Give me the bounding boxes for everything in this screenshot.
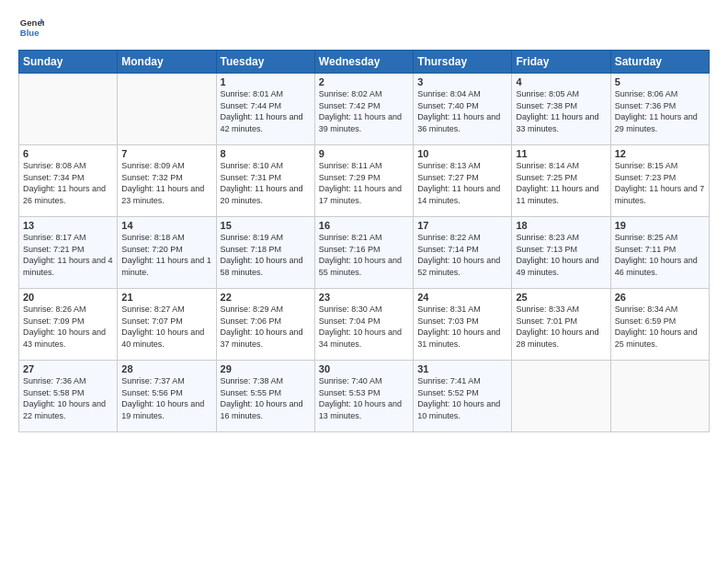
day-number: 18 bbox=[516, 220, 606, 231]
calendar-cell bbox=[19, 74, 118, 145]
calendar-cell: 25Sunrise: 8:33 AM Sunset: 7:01 PM Dayli… bbox=[512, 289, 610, 361]
day-number: 3 bbox=[417, 76, 507, 87]
calendar-cell: 17Sunrise: 8:22 AM Sunset: 7:14 PM Dayli… bbox=[414, 217, 512, 289]
day-info: Sunrise: 8:27 AM Sunset: 7:07 PM Dayligh… bbox=[121, 304, 211, 350]
day-info: Sunrise: 8:30 AM Sunset: 7:04 PM Dayligh… bbox=[319, 304, 409, 350]
calendar-cell: 4Sunrise: 8:05 AM Sunset: 7:38 PM Daylig… bbox=[512, 74, 610, 145]
day-info: Sunrise: 8:19 AM Sunset: 7:18 PM Dayligh… bbox=[221, 232, 311, 278]
day-number: 31 bbox=[417, 363, 507, 374]
day-info: Sunrise: 8:15 AM Sunset: 7:23 PM Dayligh… bbox=[615, 160, 705, 206]
day-info: Sunrise: 8:06 AM Sunset: 7:36 PM Dayligh… bbox=[615, 88, 705, 134]
day-info: Sunrise: 8:22 AM Sunset: 7:14 PM Dayligh… bbox=[417, 232, 507, 278]
calendar-cell: 29Sunrise: 7:38 AM Sunset: 5:55 PM Dayli… bbox=[216, 361, 314, 432]
day-info: Sunrise: 7:40 AM Sunset: 5:53 PM Dayligh… bbox=[319, 375, 409, 421]
day-info: Sunrise: 7:38 AM Sunset: 5:55 PM Dayligh… bbox=[221, 375, 311, 421]
day-number: 7 bbox=[121, 148, 211, 159]
calendar-cell: 8Sunrise: 8:10 AM Sunset: 7:31 PM Daylig… bbox=[216, 145, 314, 217]
calendar-cell: 20Sunrise: 8:26 AM Sunset: 7:09 PM Dayli… bbox=[19, 289, 118, 361]
day-number: 25 bbox=[516, 292, 606, 303]
day-info: Sunrise: 8:17 AM Sunset: 7:21 PM Dayligh… bbox=[23, 232, 113, 278]
day-info: Sunrise: 8:26 AM Sunset: 7:09 PM Dayligh… bbox=[23, 304, 113, 350]
day-info: Sunrise: 7:37 AM Sunset: 5:56 PM Dayligh… bbox=[121, 375, 211, 421]
day-number: 14 bbox=[121, 220, 211, 231]
day-info: Sunrise: 8:05 AM Sunset: 7:38 PM Dayligh… bbox=[516, 88, 606, 134]
calendar-cell bbox=[118, 74, 216, 145]
calendar-cell: 19Sunrise: 8:25 AM Sunset: 7:11 PM Dayli… bbox=[610, 217, 709, 289]
calendar-cell: 18Sunrise: 8:23 AM Sunset: 7:13 PM Dayli… bbox=[512, 217, 610, 289]
calendar-cell: 26Sunrise: 8:34 AM Sunset: 6:59 PM Dayli… bbox=[610, 289, 709, 361]
day-number: 8 bbox=[221, 148, 311, 159]
day-info: Sunrise: 8:29 AM Sunset: 7:06 PM Dayligh… bbox=[221, 304, 311, 350]
calendar-cell: 2Sunrise: 8:02 AM Sunset: 7:42 PM Daylig… bbox=[314, 74, 413, 145]
day-info: Sunrise: 8:08 AM Sunset: 7:34 PM Dayligh… bbox=[23, 160, 113, 206]
logo-icon: General Blue bbox=[18, 15, 44, 40]
day-number: 9 bbox=[319, 148, 409, 159]
day-number: 12 bbox=[615, 148, 705, 159]
day-info: Sunrise: 8:10 AM Sunset: 7:31 PM Dayligh… bbox=[221, 160, 311, 206]
calendar-table: SundayMondayTuesdayWednesdayThursdayFrid… bbox=[18, 50, 710, 432]
calendar-row: 6Sunrise: 8:08 AM Sunset: 7:34 PM Daylig… bbox=[19, 145, 710, 217]
calendar-cell bbox=[610, 361, 709, 432]
day-of-week-header: Friday bbox=[512, 51, 610, 74]
day-number: 4 bbox=[516, 76, 606, 87]
calendar-cell: 27Sunrise: 7:36 AM Sunset: 5:58 PM Dayli… bbox=[19, 361, 118, 432]
day-number: 2 bbox=[319, 76, 409, 87]
day-info: Sunrise: 8:21 AM Sunset: 7:16 PM Dayligh… bbox=[319, 232, 409, 278]
day-number: 23 bbox=[319, 292, 409, 303]
svg-text:Blue: Blue bbox=[20, 28, 40, 38]
calendar-cell: 5Sunrise: 8:06 AM Sunset: 7:36 PM Daylig… bbox=[610, 74, 709, 145]
day-number: 29 bbox=[221, 363, 311, 374]
calendar-cell: 22Sunrise: 8:29 AM Sunset: 7:06 PM Dayli… bbox=[216, 289, 314, 361]
day-number: 20 bbox=[23, 292, 113, 303]
calendar-cell: 31Sunrise: 7:41 AM Sunset: 5:52 PM Dayli… bbox=[414, 361, 512, 432]
calendar-cell: 6Sunrise: 8:08 AM Sunset: 7:34 PM Daylig… bbox=[19, 145, 118, 217]
day-number: 10 bbox=[417, 148, 507, 159]
calendar-cell: 15Sunrise: 8:19 AM Sunset: 7:18 PM Dayli… bbox=[216, 217, 314, 289]
day-info: Sunrise: 8:09 AM Sunset: 7:32 PM Dayligh… bbox=[121, 160, 211, 206]
day-number: 5 bbox=[615, 76, 705, 87]
day-info: Sunrise: 8:25 AM Sunset: 7:11 PM Dayligh… bbox=[615, 232, 705, 278]
day-number: 17 bbox=[417, 220, 507, 231]
calendar-cell: 23Sunrise: 8:30 AM Sunset: 7:04 PM Dayli… bbox=[314, 289, 413, 361]
header-row: SundayMondayTuesdayWednesdayThursdayFrid… bbox=[19, 51, 710, 74]
day-number: 1 bbox=[221, 76, 311, 87]
day-info: Sunrise: 8:01 AM Sunset: 7:44 PM Dayligh… bbox=[221, 88, 311, 134]
day-of-week-header: Monday bbox=[118, 51, 216, 74]
header: General Blue bbox=[18, 15, 710, 40]
calendar-cell: 14Sunrise: 8:18 AM Sunset: 7:20 PM Dayli… bbox=[118, 217, 216, 289]
page: General Blue SundayMondayTuesdayWednesda… bbox=[0, 0, 728, 563]
calendar-row: 27Sunrise: 7:36 AM Sunset: 5:58 PM Dayli… bbox=[19, 361, 710, 432]
calendar-cell: 11Sunrise: 8:14 AM Sunset: 7:25 PM Dayli… bbox=[512, 145, 610, 217]
day-number: 27 bbox=[23, 363, 113, 374]
day-info: Sunrise: 8:33 AM Sunset: 7:01 PM Dayligh… bbox=[516, 304, 606, 350]
day-info: Sunrise: 8:34 AM Sunset: 6:59 PM Dayligh… bbox=[615, 304, 705, 350]
day-number: 22 bbox=[221, 292, 311, 303]
calendar-row: 1Sunrise: 8:01 AM Sunset: 7:44 PM Daylig… bbox=[19, 74, 710, 145]
calendar-cell: 16Sunrise: 8:21 AM Sunset: 7:16 PM Dayli… bbox=[314, 217, 413, 289]
day-number: 26 bbox=[615, 292, 705, 303]
day-number: 24 bbox=[417, 292, 507, 303]
day-of-week-header: Sunday bbox=[19, 51, 118, 74]
day-number: 19 bbox=[615, 220, 705, 231]
day-info: Sunrise: 8:14 AM Sunset: 7:25 PM Dayligh… bbox=[516, 160, 606, 206]
calendar-cell: 30Sunrise: 7:40 AM Sunset: 5:53 PM Dayli… bbox=[314, 361, 413, 432]
day-of-week-header: Saturday bbox=[610, 51, 709, 74]
day-number: 21 bbox=[121, 292, 211, 303]
day-number: 28 bbox=[121, 363, 211, 374]
calendar-cell: 13Sunrise: 8:17 AM Sunset: 7:21 PM Dayli… bbox=[19, 217, 118, 289]
day-info: Sunrise: 7:36 AM Sunset: 5:58 PM Dayligh… bbox=[23, 375, 113, 421]
calendar-cell: 24Sunrise: 8:31 AM Sunset: 7:03 PM Dayli… bbox=[414, 289, 512, 361]
calendar-cell: 21Sunrise: 8:27 AM Sunset: 7:07 PM Dayli… bbox=[118, 289, 216, 361]
day-number: 6 bbox=[23, 148, 113, 159]
calendar-cell: 3Sunrise: 8:04 AM Sunset: 7:40 PM Daylig… bbox=[414, 74, 512, 145]
calendar-cell: 28Sunrise: 7:37 AM Sunset: 5:56 PM Dayli… bbox=[118, 361, 216, 432]
logo: General Blue bbox=[18, 15, 44, 40]
day-info: Sunrise: 8:11 AM Sunset: 7:29 PM Dayligh… bbox=[319, 160, 409, 206]
day-of-week-header: Thursday bbox=[414, 51, 512, 74]
day-info: Sunrise: 8:18 AM Sunset: 7:20 PM Dayligh… bbox=[121, 232, 211, 278]
day-info: Sunrise: 8:13 AM Sunset: 7:27 PM Dayligh… bbox=[417, 160, 507, 206]
calendar-cell: 12Sunrise: 8:15 AM Sunset: 7:23 PM Dayli… bbox=[610, 145, 709, 217]
day-number: 16 bbox=[319, 220, 409, 231]
calendar-cell: 1Sunrise: 8:01 AM Sunset: 7:44 PM Daylig… bbox=[216, 74, 314, 145]
day-number: 13 bbox=[23, 220, 113, 231]
